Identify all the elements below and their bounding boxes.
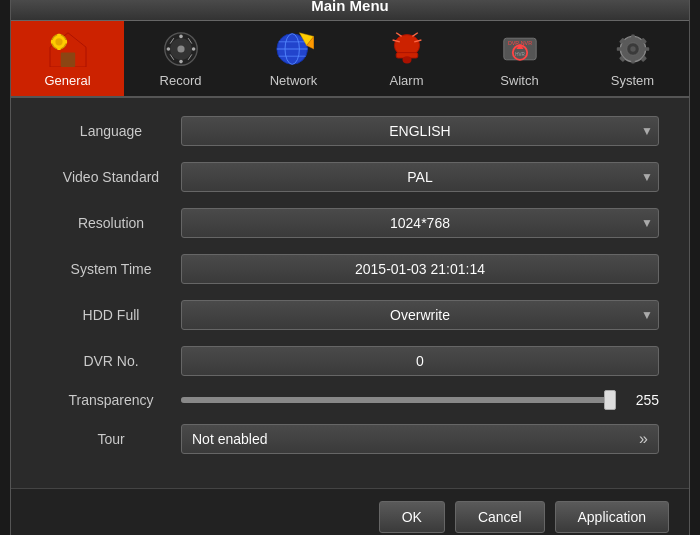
dvr-no-label: DVR No.	[41, 353, 181, 369]
svg-point-28	[402, 56, 411, 63]
system-icon	[609, 29, 657, 69]
system-time-label: System Time	[41, 261, 181, 277]
transparency-slider-thumb[interactable]	[604, 390, 616, 410]
transparency-slider-fill	[181, 397, 614, 403]
cancel-button[interactable]: Cancel	[455, 501, 545, 533]
nav-label-network: Network	[270, 73, 318, 88]
tour-control: Not enabled »	[181, 424, 659, 454]
tour-value: Not enabled	[192, 431, 268, 447]
hdd-full-control: Overwrite Stop ▼	[181, 300, 659, 330]
language-label: Language	[41, 123, 181, 139]
ok-button[interactable]: OK	[379, 501, 445, 533]
record-icon	[157, 29, 205, 69]
transparency-row: Transparency 255	[41, 392, 659, 408]
dvr-no-row: DVR No. 0	[41, 346, 659, 376]
hdd-full-select-wrapper[interactable]: Overwrite Stop ▼	[181, 300, 659, 330]
title-bar: Main Menu	[11, 0, 689, 21]
language-select[interactable]: ENGLISH	[181, 116, 659, 146]
nav-item-network[interactable]: Network	[237, 21, 350, 96]
svg-rect-5	[57, 46, 61, 50]
tour-display[interactable]: Not enabled »	[181, 424, 659, 454]
tour-arrows-icon: »	[639, 430, 648, 448]
resolution-label: Resolution	[41, 215, 181, 231]
nav-item-system[interactable]: System	[576, 21, 689, 96]
svg-point-12	[179, 59, 183, 63]
main-dialog: Main Menu General	[10, 0, 690, 535]
svg-point-3	[55, 38, 62, 45]
svg-text:HVR: HVR	[515, 52, 525, 57]
transparency-slider-row: 255	[181, 392, 659, 408]
svg-point-40	[630, 46, 635, 51]
transparency-control: 255	[181, 392, 659, 408]
video-standard-select[interactable]: PAL NTSC	[181, 162, 659, 192]
resolution-select[interactable]: 1024*768 1280*1024 1920*1080	[181, 208, 659, 238]
language-select-wrapper[interactable]: ENGLISH ▼	[181, 116, 659, 146]
svg-point-14	[191, 47, 195, 51]
tour-label: Tour	[41, 431, 181, 447]
footer: OK Cancel Application	[11, 488, 689, 536]
svg-rect-43	[616, 47, 621, 51]
nav-item-general[interactable]: General	[11, 21, 124, 96]
content-area: Language ENGLISH ▼ Video Standard	[11, 98, 689, 488]
transparency-value: 255	[624, 392, 659, 408]
system-time-control: 2015-01-03 21:01:14	[181, 254, 659, 284]
resolution-select-wrapper[interactable]: 1024*768 1280*1024 1920*1080 ▼	[181, 208, 659, 238]
svg-line-31	[396, 32, 401, 36]
svg-rect-44	[643, 47, 648, 51]
svg-point-11	[179, 34, 183, 38]
nav-label-record: Record	[160, 73, 202, 88]
svg-line-29	[412, 32, 417, 36]
svg-point-13	[166, 47, 170, 51]
hdd-full-row: HDD Full Overwrite Stop ▼	[41, 300, 659, 330]
svg-rect-6	[50, 40, 54, 44]
hdd-full-label: HDD Full	[41, 307, 181, 323]
alarm-icon	[383, 29, 431, 69]
svg-rect-42	[631, 58, 635, 63]
nav-label-switch: Switch	[500, 73, 538, 88]
network-icon	[270, 29, 318, 69]
system-time-row: System Time 2015-01-03 21:01:14	[41, 254, 659, 284]
nav-label-general: General	[44, 73, 90, 88]
nav-label-alarm: Alarm	[390, 73, 424, 88]
main-panel: Language ENGLISH ▼ Video Standard	[11, 98, 689, 488]
dvr-no-control: 0	[181, 346, 659, 376]
svg-point-10	[177, 45, 184, 52]
dvr-no-display[interactable]: 0	[181, 346, 659, 376]
nav-item-record[interactable]: Record	[124, 21, 237, 96]
nav-item-switch[interactable]: DVR NVR HVR Switch	[463, 21, 576, 96]
language-row: Language ENGLISH ▼	[41, 116, 659, 146]
video-standard-control: PAL NTSC ▼	[181, 162, 659, 192]
nav-label-system: System	[611, 73, 654, 88]
tour-row: Tour Not enabled »	[41, 424, 659, 454]
system-time-display[interactable]: 2015-01-03 21:01:14	[181, 254, 659, 284]
nav-bar: General Record	[11, 21, 689, 98]
application-button[interactable]: Application	[555, 501, 670, 533]
resolution-control: 1024*768 1280*1024 1920*1080 ▼	[181, 208, 659, 238]
resolution-row: Resolution 1024*768 1280*1024 1920*1080 …	[41, 208, 659, 238]
switch-icon: DVR NVR HVR	[496, 29, 544, 69]
svg-rect-1	[60, 52, 74, 66]
transparency-slider-track[interactable]	[181, 397, 614, 403]
language-control: ENGLISH ▼	[181, 116, 659, 146]
nav-item-alarm[interactable]: Alarm	[350, 21, 463, 96]
hdd-full-select[interactable]: Overwrite Stop	[181, 300, 659, 330]
general-icon	[44, 29, 92, 69]
svg-rect-4	[57, 33, 61, 37]
video-standard-row: Video Standard PAL NTSC ▼	[41, 162, 659, 192]
transparency-label: Transparency	[41, 392, 181, 408]
svg-rect-41	[631, 34, 635, 39]
video-standard-label: Video Standard	[41, 169, 181, 185]
svg-rect-7	[63, 40, 67, 44]
dialog-title: Main Menu	[311, 0, 389, 14]
video-standard-select-wrapper[interactable]: PAL NTSC ▼	[181, 162, 659, 192]
